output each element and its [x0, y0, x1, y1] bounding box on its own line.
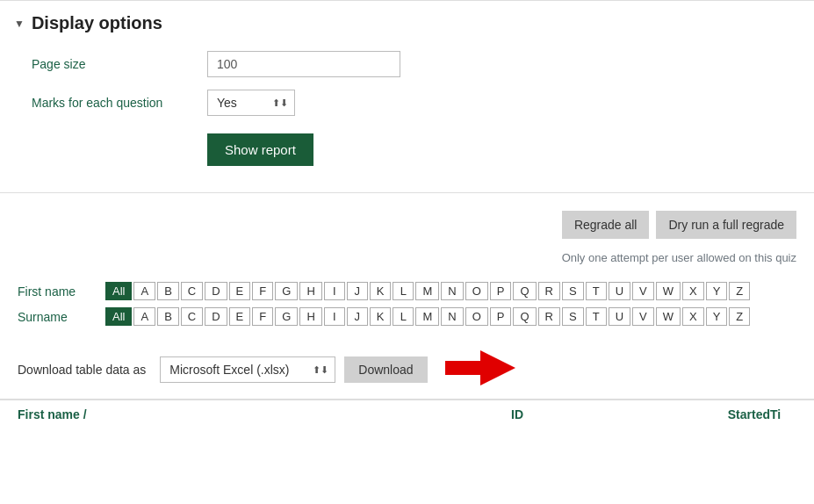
chevron-icon[interactable]: ▼: [14, 18, 25, 30]
surname-r-button[interactable]: R: [538, 307, 560, 326]
surname-e-button[interactable]: E: [229, 307, 251, 326]
surname-filter-buttons: All A B C D E F G H I J K L M N O P Q R …: [105, 307, 750, 326]
surname-g-button[interactable]: G: [275, 307, 298, 326]
firstname-c-button[interactable]: C: [181, 282, 203, 300]
surname-a-button[interactable]: A: [133, 307, 155, 326]
page-size-row: Page size: [32, 51, 796, 77]
marks-label: Marks for each question: [32, 96, 207, 110]
firstname-d-button[interactable]: D: [205, 282, 227, 300]
surname-s-button[interactable]: S: [562, 307, 584, 326]
firstname-r-button[interactable]: R: [538, 282, 560, 300]
page-size-label: Page size: [32, 57, 207, 71]
firstname-x-button[interactable]: X: [682, 282, 704, 300]
marks-row: Marks for each question Yes No ⬆⬇: [32, 90, 796, 116]
surname-p-button[interactable]: P: [490, 307, 512, 326]
display-options-form: Page size Marks for each question Yes No…: [0, 42, 814, 184]
arrow-indicator-icon: [445, 350, 515, 388]
surname-o-button[interactable]: O: [465, 307, 488, 326]
dry-run-button[interactable]: Dry run a full regrade: [656, 211, 796, 239]
show-report-button[interactable]: Show report: [207, 133, 313, 166]
download-label: Download table data as: [18, 363, 146, 377]
surname-d-button[interactable]: D: [205, 307, 227, 326]
surname-z-button[interactable]: Z: [729, 307, 750, 326]
filter-section: First name All A B C D E F G H I J K L M…: [0, 275, 814, 340]
surname-l-button[interactable]: L: [393, 307, 414, 326]
firstname-w-button[interactable]: W: [656, 282, 681, 300]
svg-marker-0: [445, 350, 515, 385]
surname-filter-label: Surname: [18, 310, 105, 324]
surname-j-button[interactable]: J: [347, 307, 368, 326]
surname-u-button[interactable]: U: [609, 307, 630, 326]
surname-all-button[interactable]: All: [105, 307, 132, 326]
firstname-v-button[interactable]: V: [632, 282, 654, 300]
firstname-n-button[interactable]: N: [441, 282, 463, 300]
surname-n-button[interactable]: N: [441, 307, 463, 326]
firstname-y-button[interactable]: Y: [706, 282, 728, 300]
download-format-select[interactable]: Microsoft Excel (.xlsx) CSV JSON: [160, 356, 335, 383]
action-bar: Regrade all Dry run a full regrade: [0, 202, 814, 248]
firstname-all-button[interactable]: All: [105, 282, 132, 300]
surname-h-button[interactable]: H: [299, 307, 321, 326]
download-format-wrap: Microsoft Excel (.xlsx) CSV JSON ⬆⬇: [160, 356, 335, 383]
firstname-l-button[interactable]: L: [393, 282, 414, 300]
col-id[interactable]: ID: [511, 407, 523, 421]
firstname-m-button[interactable]: M: [415, 282, 439, 300]
surname-filter-row: Surname All A B C D E F G H I J K L M N …: [18, 307, 796, 326]
surname-f-button[interactable]: F: [252, 307, 273, 326]
firstname-h-button[interactable]: H: [299, 282, 321, 300]
surname-m-button[interactable]: M: [415, 307, 439, 326]
divider-1: [0, 192, 814, 193]
marks-select[interactable]: Yes No: [207, 90, 295, 116]
firstname-t-button[interactable]: T: [586, 282, 607, 300]
download-button[interactable]: Download: [344, 356, 427, 383]
col-started[interactable]: Started: [523, 407, 770, 421]
firstname-k-button[interactable]: K: [370, 282, 392, 300]
col-ti[interactable]: Ti: [770, 407, 796, 421]
table-header: First name / ID Started Ti: [0, 399, 814, 428]
surname-y-button[interactable]: Y: [706, 307, 728, 326]
firstname-a-button[interactable]: A: [133, 282, 155, 300]
firstname-b-button[interactable]: B: [157, 282, 179, 300]
firstname-p-button[interactable]: P: [490, 282, 512, 300]
firstname-o-button[interactable]: O: [465, 282, 488, 300]
surname-c-button[interactable]: C: [181, 307, 203, 326]
section-title: Display options: [32, 13, 162, 33]
firstname-g-button[interactable]: G: [275, 282, 298, 300]
download-row: Download table data as Microsoft Excel (…: [0, 340, 814, 399]
surname-q-button[interactable]: Q: [513, 307, 536, 326]
surname-k-button[interactable]: K: [370, 307, 392, 326]
firstname-filter-buttons: All A B C D E F G H I J K L M N O P Q R …: [105, 282, 750, 300]
firstname-j-button[interactable]: J: [347, 282, 368, 300]
attempt-note: Only one attempt per user allowed on thi…: [0, 248, 814, 275]
firstname-z-button[interactable]: Z: [729, 282, 750, 300]
firstname-e-button[interactable]: E: [229, 282, 251, 300]
firstname-q-button[interactable]: Q: [513, 282, 536, 300]
firstname-u-button[interactable]: U: [609, 282, 630, 300]
marks-select-wrap: Yes No ⬆⬇: [207, 90, 295, 116]
regrade-all-button[interactable]: Regrade all: [562, 211, 650, 239]
page-size-input[interactable]: [207, 51, 400, 77]
firstname-filter-label: First name: [18, 284, 105, 299]
surname-x-button[interactable]: X: [682, 307, 704, 326]
surname-i-button[interactable]: I: [324, 307, 345, 326]
firstname-f-button[interactable]: F: [252, 282, 273, 300]
display-options-header: ▼ Display options: [0, 0, 814, 42]
firstname-s-button[interactable]: S: [562, 282, 584, 300]
surname-v-button[interactable]: V: [632, 307, 654, 326]
surname-w-button[interactable]: W: [656, 307, 681, 326]
firstname-i-button[interactable]: I: [324, 282, 345, 300]
show-report-row: Show report: [32, 128, 796, 166]
firstname-filter-row: First name All A B C D E F G H I J K L M…: [18, 282, 796, 300]
surname-t-button[interactable]: T: [586, 307, 607, 326]
col-firstname[interactable]: First name /: [18, 407, 511, 421]
surname-b-button[interactable]: B: [157, 307, 179, 326]
